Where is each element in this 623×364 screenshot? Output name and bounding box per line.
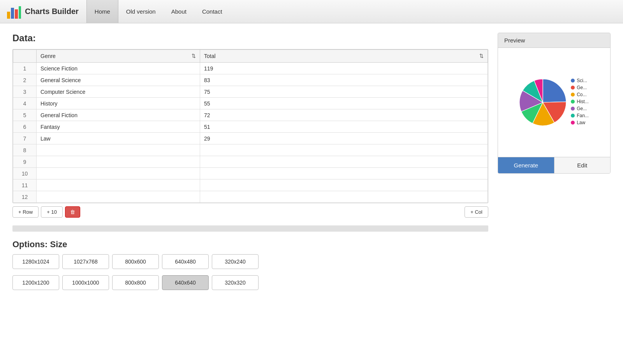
table-row: 7 Law 29 (13, 133, 488, 144)
row-number: 4 (13, 98, 37, 109)
cell-total[interactable] (200, 144, 488, 156)
cell-total[interactable] (200, 168, 488, 179)
nav-old-version[interactable]: Old version (118, 0, 164, 23)
legend-item: Law (571, 120, 589, 125)
table-row: 5 General Fiction 72 (13, 109, 488, 121)
table-row: 9 (13, 156, 488, 168)
nav-contact[interactable]: Contact (194, 0, 230, 23)
size-btn[interactable]: 320x240 (212, 254, 259, 269)
cell-total[interactable] (200, 179, 488, 191)
cell-genre[interactable]: General Fiction (37, 109, 200, 121)
size-btn[interactable]: 1200x1200 (12, 275, 59, 290)
cell-genre[interactable]: General Science (37, 74, 200, 86)
nav-about[interactable]: About (164, 0, 194, 23)
cell-total[interactable]: 29 (200, 133, 488, 144)
table-row: 3 Computer Science 75 (13, 86, 488, 98)
cell-genre[interactable]: Computer Science (37, 86, 200, 98)
row-number: 1 (13, 63, 37, 74)
cell-genre[interactable]: Fantasy (37, 121, 200, 133)
cell-genre[interactable] (37, 168, 200, 179)
size-btn[interactable]: 640x480 (162, 254, 209, 269)
edit-button[interactable]: Edit (554, 157, 611, 173)
app-logo: Charts Builder (6, 4, 79, 19)
cell-total[interactable] (200, 156, 488, 168)
add-col-btn[interactable]: + Col (465, 206, 488, 218)
size-btn[interactable]: 1000x1000 (62, 275, 109, 290)
size-grid-row2: 1200x12001000x1000800x800640x640320x320 (12, 275, 488, 290)
legend-label: Ge... (577, 106, 587, 111)
legend-item: Sci... (571, 78, 589, 83)
col-header-total: Total ⇅ (200, 50, 488, 63)
row-number: 2 (13, 74, 37, 86)
preview-footer: Generate Edit (498, 157, 610, 173)
svg-rect-1 (11, 8, 14, 19)
add-row-btn[interactable]: + Row (12, 206, 39, 218)
size-btn[interactable]: 1027x768 (62, 254, 109, 269)
table-footer: + Row + 10 🗑 + Col (12, 203, 488, 221)
row-number: 7 (13, 133, 37, 144)
preview-panel: Preview Sci... Ge... Co... Hist... Ge...… (498, 33, 611, 174)
size-btn[interactable]: 800x600 (112, 254, 159, 269)
cell-total[interactable] (200, 191, 488, 203)
size-btn[interactable]: 640x640 (162, 275, 209, 290)
size-btn[interactable]: 320x320 (212, 275, 259, 290)
data-section-title: Data: (12, 33, 488, 44)
legend-label: Fan... (577, 113, 589, 118)
table-row: 2 General Science 83 (13, 74, 488, 86)
pie-chart (519, 79, 566, 126)
left-panel: Data: Genre ⇅ Total ⇅ (12, 33, 488, 290)
size-btn[interactable]: 1280x1024 (12, 254, 59, 269)
cell-genre[interactable] (37, 156, 200, 168)
preview-title: Preview (504, 37, 525, 44)
svg-rect-0 (7, 12, 10, 19)
cell-genre[interactable] (37, 179, 200, 191)
delete-btn[interactable]: 🗑 (65, 206, 80, 218)
cell-total[interactable]: 75 (200, 86, 488, 98)
cell-genre[interactable] (37, 144, 200, 156)
legend-label: Law (577, 120, 585, 125)
legend-label: Co... (577, 92, 586, 97)
row-number: 6 (13, 121, 37, 133)
add-10-rows-btn[interactable]: + 10 (41, 206, 63, 218)
cell-genre[interactable]: History (37, 98, 200, 109)
charts-builder-icon (6, 4, 22, 19)
main-content: Data: Genre ⇅ Total ⇅ (0, 23, 623, 299)
row-number: 11 (13, 179, 37, 191)
legend-label: Ge... (577, 85, 587, 90)
nav-links: Home Old version About Contact (86, 0, 230, 23)
legend-color (571, 93, 575, 97)
cell-total[interactable]: 51 (200, 121, 488, 133)
sort-genre-btn[interactable]: ⇅ (192, 53, 196, 59)
cell-total[interactable]: 119 (200, 63, 488, 74)
size-btn[interactable]: 800x800 (112, 275, 159, 290)
cell-genre[interactable]: Science Fiction (37, 63, 200, 74)
table-row: 8 (13, 144, 488, 156)
cell-total[interactable]: 72 (200, 109, 488, 121)
layout: Data: Genre ⇅ Total ⇅ (12, 33, 611, 290)
legend-color (571, 107, 575, 111)
preview-header: Preview (498, 33, 610, 48)
sort-total-btn[interactable]: ⇅ (479, 53, 484, 59)
cell-genre[interactable]: Law (37, 133, 200, 144)
table-row: 11 (13, 179, 488, 191)
col-header-genre: Genre ⇅ (37, 50, 200, 63)
cell-genre[interactable] (37, 191, 200, 203)
legend-color (571, 79, 575, 83)
table-row: 10 (13, 168, 488, 179)
legend-color (571, 86, 575, 90)
preview-legend: Sci... Ge... Co... Hist... Ge... Fan... … (571, 78, 589, 127)
table-row: 1 Science Fiction 119 (13, 63, 488, 74)
col-header-rownum (13, 50, 37, 63)
size-grid-row1: 1280x10241027x768800x600640x480320x240 (12, 254, 488, 269)
table-footer-left: + Row + 10 🗑 (12, 206, 80, 218)
generate-button[interactable]: Generate (498, 157, 554, 173)
nav-home[interactable]: Home (86, 0, 118, 23)
legend-item: Co... (571, 92, 589, 97)
row-number: 10 (13, 168, 37, 179)
navbar: Charts Builder Home Old version About Co… (0, 0, 623, 23)
legend-item: Fan... (571, 113, 589, 118)
row-number: 9 (13, 156, 37, 168)
cell-total[interactable]: 83 (200, 74, 488, 86)
cell-total[interactable]: 55 (200, 98, 488, 109)
legend-color (571, 114, 575, 118)
